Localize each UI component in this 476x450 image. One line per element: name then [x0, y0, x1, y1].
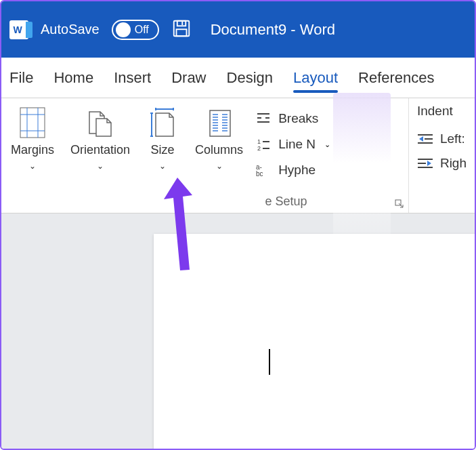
breaks-icon — [255, 110, 272, 127]
chevron-down-icon: ⌄ — [324, 140, 330, 149]
line-numbers-button[interactable]: 1 2 Line N ⌄ — [254, 135, 332, 154]
line-numbers-label: Line N — [278, 137, 316, 152]
tab-layout[interactable]: Layout — [293, 58, 338, 98]
orientation-button[interactable]: Orientation ⌄ — [65, 104, 135, 195]
indent-left-control[interactable]: Left: — [417, 127, 467, 151]
hyphenation-label: Hyphe — [278, 163, 316, 178]
save-button[interactable] — [171, 18, 192, 41]
svg-rect-1 — [177, 20, 186, 26]
columns-icon — [203, 106, 236, 139]
columns-label: Columns — [195, 143, 243, 157]
tab-draw[interactable]: Draw — [171, 58, 206, 98]
chevron-down-icon: ⌄ — [97, 161, 104, 171]
hyphenation-icon: a- bc — [255, 162, 272, 178]
document-title: Document9 - Word — [211, 21, 335, 39]
size-button[interactable]: Size ⌄ — [141, 104, 184, 195]
indent-left-icon — [417, 131, 433, 147]
indent-right-control[interactable]: Righ — [417, 151, 467, 176]
page-setup-group: Margins ⌄ Orientation ⌄ — [1, 98, 409, 213]
margins-button[interactable]: Margins ⌄ — [5, 104, 60, 195]
breaks-label: Breaks — [278, 111, 318, 126]
svg-text:bc: bc — [256, 170, 263, 178]
svg-rect-4 — [20, 108, 45, 138]
ribbon-tabs: File Home Insert Draw Design Layout Refe… — [1, 58, 475, 98]
page-setup-group-label: e Setup — [5, 195, 404, 211]
toggle-knob-icon — [116, 22, 131, 37]
autosave-toggle-text: Off — [135, 24, 149, 36]
page-setup-dialog-launcher[interactable] — [395, 199, 404, 209]
chevron-down-icon: ⌄ — [29, 161, 36, 171]
orientation-label: Orientation — [70, 143, 130, 157]
tab-design[interactable]: Design — [227, 58, 273, 98]
indent-left-label: Left: — [440, 131, 465, 146]
word-logo-icon: W — [9, 20, 28, 39]
chevron-down-icon: ⌄ — [216, 161, 223, 171]
page[interactable] — [154, 234, 475, 449]
tab-home[interactable]: Home — [53, 58, 93, 98]
text-cursor — [269, 349, 270, 375]
autosave-toggle[interactable]: Off — [112, 20, 159, 40]
svg-text:1: 1 — [257, 138, 261, 145]
ribbon: Margins ⌄ Orientation ⌄ — [1, 98, 475, 213]
tab-file[interactable]: File — [9, 58, 33, 98]
svg-text:2: 2 — [257, 145, 261, 152]
hyphenation-button[interactable]: a- bc Hyphe — [254, 161, 332, 180]
margins-icon — [16, 106, 49, 139]
svg-rect-2 — [176, 29, 186, 36]
titlebar: W AutoSave Off Document9 - Word — [1, 1, 475, 58]
indent-right-label: Righ — [440, 156, 467, 171]
tab-insert[interactable]: Insert — [114, 58, 151, 98]
breaks-button[interactable]: Breaks — [254, 109, 332, 128]
autosave-label: AutoSave — [41, 22, 100, 37]
paragraph-group: Indent Left: Righ — [409, 98, 475, 213]
tab-references[interactable]: References — [358, 58, 435, 98]
indent-right-icon — [417, 155, 433, 171]
size-label: Size — [151, 143, 175, 157]
orientation-icon — [84, 106, 116, 139]
line-numbers-icon: 1 2 — [255, 136, 272, 152]
chevron-down-icon: ⌄ — [159, 161, 166, 171]
margins-label: Margins — [11, 143, 54, 157]
indent-label: Indent — [417, 104, 467, 119]
columns-button[interactable]: Columns ⌄ — [190, 104, 248, 195]
document-area[interactable] — [1, 213, 475, 449]
size-icon — [146, 106, 179, 139]
